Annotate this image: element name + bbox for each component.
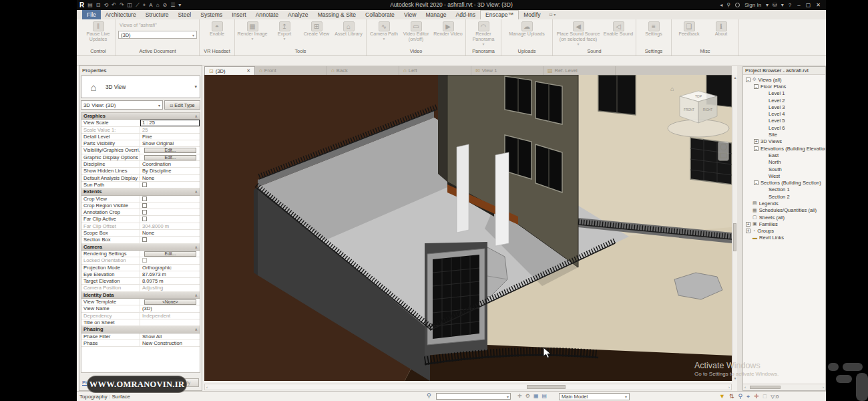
scrollbar-thumb[interactable] — [750, 386, 781, 389]
browser-item-level-3[interactable]: Level 3 — [744, 104, 825, 110]
selection-exclude-icon[interactable]: ▼ — [719, 393, 725, 400]
search-icon[interactable]: ⚲ — [427, 392, 431, 399]
close-button[interactable]: ✕ — [815, 2, 822, 8]
prop-section-phasing[interactable]: Phasing∧ — [81, 326, 200, 333]
ribbon-tab-enscape[interactable]: Enscape™ — [480, 10, 519, 19]
scroll-left-icon[interactable]: ‹ — [743, 384, 747, 390]
section-icon[interactable]: ⊘ — [162, 0, 167, 10]
browser-horizontal-scrollbar[interactable]: ‹ › — [743, 384, 825, 390]
dropdown-icon[interactable]: ▾ — [766, 2, 769, 8]
ribbon-tab-systems[interactable]: Systems — [196, 10, 227, 19]
prop-value-phase[interactable]: New Construction — [140, 340, 200, 346]
ribbon-tab-add-ins[interactable]: Add-Ins — [451, 10, 480, 19]
camera-path-button[interactable]: ∿Camera Path▼ — [369, 21, 399, 40]
prop-value-rendering-settings[interactable]: Edit... — [140, 251, 200, 257]
prop-value-parts-visibility[interactable]: Show Original — [140, 140, 200, 146]
view-tab-left[interactable]: ⌂Left — [399, 66, 471, 75]
collapse-icon[interactable]: ◂ — [720, 2, 722, 8]
prop-edit-button[interactable]: Edit... — [144, 251, 196, 257]
prop-value-camera-position[interactable]: Adjusting — [140, 285, 200, 291]
edit-type-button[interactable]: ⊟ Edit Type — [164, 100, 200, 110]
sign-in-button[interactable]: Sign In — [744, 2, 761, 8]
prop-value-crop-region-visible[interactable] — [140, 203, 200, 209]
ribbon-tab-view[interactable]: View — [399, 10, 421, 19]
browser-item-site[interactable]: Site — [744, 131, 825, 138]
prop-value-view-scale[interactable]: 1 : 25 — [140, 120, 200, 126]
sync-icon[interactable]: ⟲ — [104, 0, 109, 10]
default-3d-view-icon[interactable]: ⌂ — [156, 0, 160, 10]
prop-value-section-box[interactable] — [140, 237, 200, 243]
video-editor-button[interactable]: ▭Video Editor (on/off) — [401, 21, 431, 43]
prop-section-camera[interactable]: Camera∧ — [81, 244, 200, 251]
enable-vr-button[interactable]: ◓Enable — [202, 21, 232, 37]
tree-expander-icon[interactable]: + — [746, 222, 750, 227]
browser-item-legends[interactable]: ▤Legends — [744, 200, 825, 207]
undo-icon[interactable]: ↶ — [112, 0, 116, 10]
viewcube-front-label[interactable]: FRONT — [684, 108, 694, 112]
prop-value-projection-mode[interactable]: Orthographic — [140, 265, 200, 271]
prop-section-graphics[interactable]: Graphics∧ — [81, 113, 200, 120]
browser-item-elevations-building-elevation[interactable]: -Elevations (Building Elevation) — [744, 145, 825, 152]
restore-button[interactable]: ▢ — [805, 2, 813, 8]
browser-item-west[interactable]: West — [744, 172, 825, 179]
prop-value-locked-orientation[interactable] — [140, 257, 200, 263]
view-tab-3d[interactable]: ⊡(3D)✕ — [204, 66, 255, 75]
print-icon[interactable]: ◫ — [128, 0, 133, 10]
panel-options-icon[interactable]: ⊡ ▾ — [545, 10, 556, 19]
viewport-horizontal-scrollbar[interactable]: ‹ › — [204, 384, 732, 390]
pause-live-updates-button[interactable]: ‖Pause Live Updates — [83, 21, 114, 43]
view-tab-view-1[interactable]: ⊡View 1 — [471, 66, 544, 75]
prop-checkbox[interactable] — [142, 210, 147, 215]
prop-value-target-elevation[interactable]: 8.0975 m — [140, 278, 200, 284]
browser-item-3d-views[interactable]: +3D Views — [744, 138, 825, 145]
design-options-icon[interactable]: ▦ — [533, 393, 539, 399]
browser-item-north[interactable]: North — [744, 159, 825, 166]
select-links-icon[interactable]: ⇅ — [729, 393, 734, 400]
view-tab-back[interactable]: ⌂Back — [327, 66, 399, 75]
prop-value-view-template[interactable]: <None> — [140, 299, 200, 305]
tree-expander-icon[interactable]: + — [754, 139, 758, 144]
dimension-icon[interactable]: ⌖ — [143, 0, 146, 10]
browser-item-level-1[interactable]: Level 1 — [744, 90, 825, 97]
prop-value-annotation-crop[interactable] — [140, 209, 200, 215]
ribbon-tab-file[interactable]: File — [82, 10, 101, 19]
ribbon-tab-manage[interactable]: Manage — [421, 10, 451, 19]
prop-value-visibility-graphics-overri[interactable]: Edit... — [140, 147, 200, 153]
prop-value-title-on-sheet[interactable] — [140, 319, 200, 325]
browser-item-views-all[interactable]: -⟐Views (all) — [744, 76, 825, 83]
render-panorama-button[interactable]: ◠Render Panorama▼ — [468, 21, 499, 45]
scroll-right-icon[interactable]: › — [727, 384, 731, 390]
prop-value-scale-value-1[interactable]: 25 — [140, 127, 200, 133]
view-tab-front[interactable]: ⌂Front — [255, 66, 327, 75]
ribbon-tab-steel[interactable]: Steel — [174, 10, 196, 19]
viewcube-right-label[interactable]: RIGHT — [703, 108, 712, 112]
create-view-button[interactable]: ⊞Create View — [301, 21, 332, 37]
prop-value-detail-level[interactable]: Fine — [140, 134, 200, 140]
tree-expander-icon[interactable]: - — [754, 146, 758, 151]
scrollbar-thumb[interactable] — [733, 223, 736, 251]
viewcube-home-icon[interactable]: ⌂ — [670, 86, 674, 92]
search-icon[interactable]: ⚲ — [726, 2, 730, 8]
prop-value-dependency[interactable]: Independent — [140, 313, 200, 319]
enable-sound-button[interactable]: ◁Enable Sound — [603, 21, 634, 37]
prop-checkbox[interactable] — [142, 196, 147, 201]
help-button[interactable]: ? — [789, 2, 791, 8]
browser-item-east[interactable]: East — [744, 152, 825, 158]
text-icon[interactable]: A — [149, 0, 152, 10]
worksets-icon[interactable]: ⚙ — [525, 393, 530, 399]
active-only-icon[interactable]: ▤ — [541, 393, 547, 399]
browser-item-groups[interactable]: +◔Groups — [744, 228, 825, 235]
scroll-right-icon[interactable]: › — [821, 384, 825, 390]
ribbon-tab-modify[interactable]: Modify — [519, 10, 545, 19]
manage-uploads-button[interactable]: ☁Manage Uploads — [503, 21, 550, 37]
browser-item-section-2[interactable]: Section 2 — [744, 193, 825, 200]
measure-icon[interactable]: ⟋ — [136, 0, 140, 10]
active-document-select[interactable]: (3D)▾ — [118, 31, 197, 39]
prop-section-identity-data[interactable]: Identity Data∧ — [81, 292, 200, 299]
view-tab-ref-level[interactable]: ▤Ref. Level — [544, 66, 616, 75]
prop-edit-button[interactable]: <None> — [144, 299, 196, 305]
panel-splitter[interactable] — [737, 66, 742, 391]
place-sound-source-button[interactable]: ◀Place Sound Source (on selected face)▼ — [555, 21, 602, 45]
ribbon-tab-annotate[interactable]: Annotate — [251, 10, 283, 19]
scroll-left-icon[interactable]: ‹ — [205, 384, 209, 390]
